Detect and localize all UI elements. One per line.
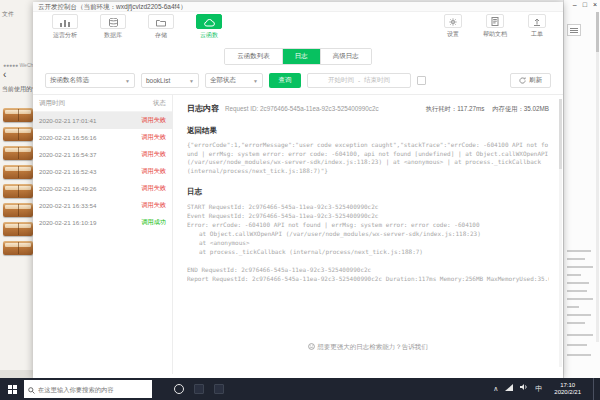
column-header-call-time: 调用时间 <box>39 99 134 108</box>
status-badge: 调用失败 <box>134 150 166 159</box>
chevron-down-icon: ▼ <box>189 78 194 84</box>
close-icon[interactable]: × <box>593 1 597 8</box>
log-line: Event RequestId: 2c976466-545a-11ea-92c3… <box>187 211 549 220</box>
ticket-button[interactable]: 工单 <box>521 14 553 39</box>
book-thumbnail[interactable] <box>3 108 33 122</box>
nav-tab-database[interactable]: 数据库 <box>93 14 133 40</box>
duration-stat: 执行耗时：117.27ms <box>426 105 485 114</box>
show-desktop-button[interactable] <box>593 378 596 400</box>
database-icon <box>109 13 118 31</box>
table-row[interactable]: 2020-02-21 16:49:26 调用失败 <box>33 180 172 197</box>
gear-icon <box>449 12 457 30</box>
book-thumbnail[interactable] <box>3 222 33 236</box>
log-filter-bar: 按函数名筛选▼ bookList▼ 全部状态▼ 查询 开始时间 - 结束时间 刷… <box>33 73 563 88</box>
book-thumbnail[interactable] <box>3 146 33 160</box>
system-tray: ∧ 中 17:10 2020/2/21 <box>493 378 600 400</box>
status-badge: 调用失败 <box>134 201 166 210</box>
nav-tab-cloud-functions[interactable]: 云函数 <box>189 14 229 40</box>
memory-stat: 内存使用：35.02MB <box>492 105 549 114</box>
status-badge: 调用失败 <box>134 116 166 125</box>
console-toolbar: 运营分析 数据库 存储 <box>33 12 563 45</box>
status-badge: 调用成功 <box>134 218 166 227</box>
query-button[interactable]: 查询 <box>269 73 301 88</box>
taskbar-clock[interactable]: 17:10 2020/2/21 <box>549 382 586 396</box>
menu-icon[interactable] <box>567 24 581 36</box>
hidden-icons-chevron[interactable]: ∧ <box>493 378 498 400</box>
cloud-console-window: 云开发控制台（当前环境：wxdjfjcvlzd2205-6a4f4） 运营分析 … <box>33 2 563 378</box>
ime-indicator[interactable]: 中 <box>535 378 542 400</box>
taskbar-app-icon[interactable] <box>214 384 224 394</box>
nav-tab-analytics[interactable]: 运营分析 <box>45 14 85 40</box>
chevron-down-icon: ▼ <box>125 78 130 84</box>
desktop: 12222 - 微信开发者工具 文件 ●●●●● WeChat ‹ 当前使用的书… <box>0 0 600 400</box>
devtools-menu[interactable]: 文件 <box>2 10 14 19</box>
log-line: END RequestId: 2c976466-545a-11ea-92c3-5… <box>187 265 549 274</box>
function-name-dropdown[interactable]: bookList▼ <box>141 73 199 88</box>
log-scrollbar-thumb[interactable] <box>559 99 562 169</box>
strip-scrollbar[interactable] <box>596 12 599 342</box>
status-dropdown[interactable]: 全部状态▼ <box>205 73 263 88</box>
table-row[interactable]: 2020-02-21 16:52:43 调用失败 <box>33 163 172 180</box>
strip-scrollbar-thumb[interactable] <box>596 12 599 52</box>
start-time-placeholder: 开始时间 <box>328 76 354 85</box>
book-thumbnail[interactable] <box>3 241 33 255</box>
table-row[interactable]: 2020-02-21 16:54:37 调用失败 <box>33 146 172 163</box>
editor-strip: –□× <box>563 0 600 378</box>
column-header-status: 状态 <box>134 99 166 108</box>
search-icon <box>28 380 35 398</box>
taskbar-search[interactable] <box>24 380 152 398</box>
minimize-icon[interactable]: – <box>573 1 577 8</box>
clock-time: 17:10 <box>554 382 581 389</box>
start-button[interactable] <box>0 378 24 400</box>
table-row[interactable]: 2020-02-21 17:01:41 调用失败 <box>33 112 172 129</box>
tab-logs[interactable]: 日志 <box>283 49 321 64</box>
table-row[interactable]: 2020-02-21 16:33:54 调用失败 <box>33 197 172 214</box>
settings-button[interactable]: 设置 <box>437 14 469 39</box>
bar-chart-icon <box>60 13 70 31</box>
log-line: START RequestId: 2c976466-545a-11ea-92c3… <box>187 202 549 211</box>
cortana-icon[interactable] <box>174 384 184 394</box>
back-arrow-icon[interactable]: ‹ <box>3 70 6 80</box>
end-time-placeholder: 结束时间 <box>364 76 390 85</box>
calendar-checkbox[interactable] <box>417 76 426 85</box>
taskbar-app-icon[interactable] <box>194 384 204 394</box>
status-badge: 调用失败 <box>134 167 166 176</box>
table-row[interactable]: 2020-02-21 16:10:19 调用成功 <box>33 214 172 231</box>
volume-icon[interactable] <box>520 378 528 400</box>
log-detail-panel: 日志内容 Request ID: 2c976466-545a-11ea-92c3… <box>173 95 563 374</box>
date-range-input[interactable]: 开始时间 - 结束时间 <box>307 73 411 88</box>
refresh-icon <box>519 77 526 85</box>
feedback-link[interactable]: 想要更强大的日志检索能力？告诉我们 <box>173 343 563 352</box>
folder-icon <box>156 13 166 31</box>
feedback-icon <box>308 343 315 350</box>
log-line: at process._tickCallback (internal/proce… <box>187 247 549 256</box>
refresh-button[interactable]: 刷新 <box>510 73 551 88</box>
log-line: Report RequestId: 2c976466-545a-11ea-92c… <box>187 274 549 283</box>
help-docs-button[interactable]: 帮助文档 <box>479 14 511 39</box>
book-thumbnail[interactable] <box>3 165 33 179</box>
book-thumbnail[interactable] <box>3 184 33 198</box>
log-line: at <anonymous> <box>187 238 549 247</box>
maximize-icon[interactable]: □ <box>583 1 587 8</box>
log-line: Error: errCode: -604100 API not found | … <box>187 220 549 229</box>
nav-tab-storage[interactable]: 存储 <box>141 14 181 40</box>
chevron-down-icon: ▼ <box>253 78 258 84</box>
result-json: {"errorCode":1,"errorMessage":"user code… <box>187 141 549 175</box>
result-section-title: 返回结果 <box>187 126 549 136</box>
tab-advanced-logs[interactable]: 高级日志 <box>321 49 371 64</box>
status-badge: 调用失败 <box>134 133 166 142</box>
network-icon[interactable] <box>505 378 513 400</box>
function-filter-dropdown[interactable]: 按函数名筛选▼ <box>45 73 135 88</box>
status-badge: 调用失败 <box>134 184 166 193</box>
call-log-table: 调用时间 状态 2020-02-21 17:01:41 调用失败 2020-02… <box>33 95 173 374</box>
cloud-function-icon <box>204 13 215 31</box>
console-body: 调用时间 状态 2020-02-21 17:01:41 调用失败 2020-02… <box>33 94 563 374</box>
document-icon <box>491 12 499 30</box>
search-input[interactable] <box>38 386 148 393</box>
raw-log-lines: START RequestId: 2c976466-545a-11ea-92c3… <box>187 202 549 283</box>
table-row[interactable]: 2020-02-21 16:56:16 调用失败 <box>33 129 172 146</box>
tab-function-list[interactable]: 云函数列表 <box>225 49 283 64</box>
console-window-title: 云开发控制台（当前环境：wxdjfjcvlzd2205-6a4f4） <box>33 2 563 12</box>
book-thumbnail[interactable] <box>3 203 33 217</box>
book-thumbnail[interactable] <box>3 127 33 141</box>
